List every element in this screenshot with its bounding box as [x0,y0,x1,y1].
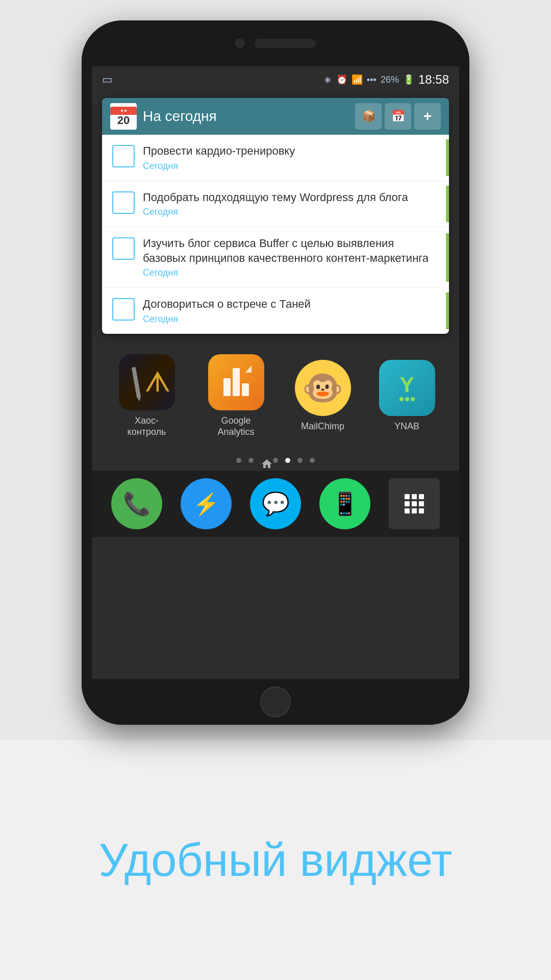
app-item-chaos[interactable]: ᗑ Хаос-контроль [116,354,178,437]
grid-dot [405,501,410,506]
skype-icon: 💬 [262,491,290,517]
phone-top-bar [82,20,469,66]
home-button-dot[interactable] [261,458,266,463]
ynab-dot-2 [405,397,409,401]
app-label-ga: Google Analytics [206,415,267,437]
task-item[interactable]: Изучить блог сервиса Buffer с целью выяв… [102,227,449,288]
app-item-mailchimp[interactable]: 🐵 MailChimp [295,360,351,432]
status-right: ∗ ⏰ 📶 ▪▪▪ 26% 🔋 18:58 [323,72,449,87]
promo-text: Удобный виджет [98,835,452,886]
chaos-inner: ᗑ [119,354,175,410]
task-checkbox-4[interactable] [112,298,135,321]
task-text-4: Договориться о встрече с Таней [143,297,439,312]
task-checkbox-3[interactable] [112,237,135,260]
grid-dot [405,508,410,513]
widget-header: 20 На сегодня 📦 📅 + [102,98,449,135]
dock-whatsapp-app[interactable]: 📱 [319,478,370,529]
app-grid: ᗑ Хаос-контроль Google Analyt [92,334,459,448]
task-content-2: Подобрать подходящую тему Wordpress для … [143,190,439,218]
bluetooth-icon: ∗ [323,74,332,86]
physical-home-button[interactable] [260,687,291,717]
ga-bar-1 [223,378,231,396]
pencil-icon [131,367,140,398]
task-content-3: Изучить блог сервиса Buffer с целью выяв… [143,236,439,278]
box-icon: 📦 [362,110,375,123]
task-date-3: Сегодня [143,267,439,278]
home-page-dots [92,448,459,471]
phone-call-icon: 📞 [123,491,151,517]
task-item[interactable]: Провести кардио-тренировку Сегодня [102,135,449,181]
task-checkbox-2[interactable] [112,191,135,214]
battery-percentage: 26% [381,75,399,85]
task-widget: 20 На сегодня 📦 📅 + [102,98,449,334]
messenger-icon: ⚡ [193,492,219,517]
widget-btn-box[interactable]: 📦 [355,103,382,130]
page-dot-3[interactable] [273,458,278,463]
task-date-1: Сегодня [143,161,439,172]
ynab-decoration [399,397,415,401]
dock-all-apps-button[interactable] [389,478,440,529]
phone-screen: ▭ ∗ ⏰ 📶 ▪▪▪ 26% 🔋 18:58 [92,66,459,679]
app-item-ynab[interactable]: Y YNAB [379,360,435,432]
battery-icon: 🔋 [403,74,414,85]
grid-dot [412,494,417,499]
task-content-4: Договориться о встрече с Таней Сегодня [143,297,439,325]
dock-skype-app[interactable]: 💬 [250,478,301,529]
task-text-3: Изучить блог сервиса Buffer с целью выяв… [143,236,439,265]
page-dot-5[interactable] [310,458,315,463]
front-camera [235,39,244,48]
bottom-dock: 📞 ⚡ 💬 📱 [92,471,459,537]
task-checkbox-1[interactable] [112,145,135,167]
dock-messenger-app[interactable]: ⚡ [181,478,232,529]
widget-btn-calendar[interactable]: 📅 [385,103,411,130]
signal-icon: ▪▪▪ [367,75,377,85]
app-icon-google-analytics[interactable] [208,354,264,410]
phone-signal-icon: ▭ [102,73,113,86]
wifi-icon: 📶 [352,74,363,85]
home-icon [261,458,273,470]
task-item[interactable]: Договориться о встрече с Таней Сегодня [102,288,449,334]
apps-grid-icon [402,492,427,516]
widget-btn-add[interactable]: + [414,103,441,130]
grid-dot [419,494,424,499]
phone-bottom-bar [82,679,469,725]
phone-frame: ▭ ∗ ⏰ 📶 ▪▪▪ 26% 🔋 18:58 [82,20,469,725]
whatsapp-icon: 📱 [331,491,359,517]
page-dot-2[interactable] [248,458,254,463]
add-icon: + [423,108,432,125]
ring-1 [121,110,123,112]
speaker-grille [255,39,316,48]
task-date-2: Сегодня [143,207,439,217]
page-dot-1[interactable] [236,458,241,463]
task-date-4: Сегодня [143,314,439,325]
task-item[interactable]: Подобрать подходящую тему Wordpress для … [102,181,449,228]
ynab-dot-1 [399,397,404,401]
app-icon-mailchimp[interactable]: 🐵 [295,360,351,416]
app-item-ga[interactable]: Google Analytics [206,354,267,437]
page-dot-active[interactable] [285,458,290,463]
grid-dot [405,494,410,499]
task-list: Провести кардио-тренировку Сегодня Подоб… [102,135,449,334]
calendar-rings [121,110,127,112]
page-dot-4[interactable] [297,458,303,463]
widget-date-box: 20 [110,103,137,130]
status-bar: ▭ ∗ ⏰ 📶 ▪▪▪ 26% 🔋 18:58 [92,66,459,93]
task-text-1: Провести кардио-тренировку [143,144,439,159]
widget-header-buttons: 📦 📅 + [355,103,441,130]
grid-dot [412,508,417,513]
widget-title: На сегодня [143,108,349,125]
app-icon-chaos-control[interactable]: ᗑ [119,354,175,410]
app-icon-ynab[interactable]: Y [379,360,435,416]
app-label-chaos: Хаос-контроль [116,415,178,437]
ga-triangle [245,365,252,373]
grid-dot [419,508,424,513]
ga-bar-3 [242,383,249,396]
app-label-ynab: YNAB [394,421,419,432]
task-text-2: Подобрать подходящую тему Wordpress для … [143,190,439,205]
ynab-letter: Y [399,374,414,396]
status-left: ▭ [102,73,113,86]
dock-phone-app[interactable]: 📞 [111,478,162,529]
ynab-dot-3 [411,397,415,401]
calendar-icon: 📅 [391,110,405,123]
grid-dot [419,501,424,506]
